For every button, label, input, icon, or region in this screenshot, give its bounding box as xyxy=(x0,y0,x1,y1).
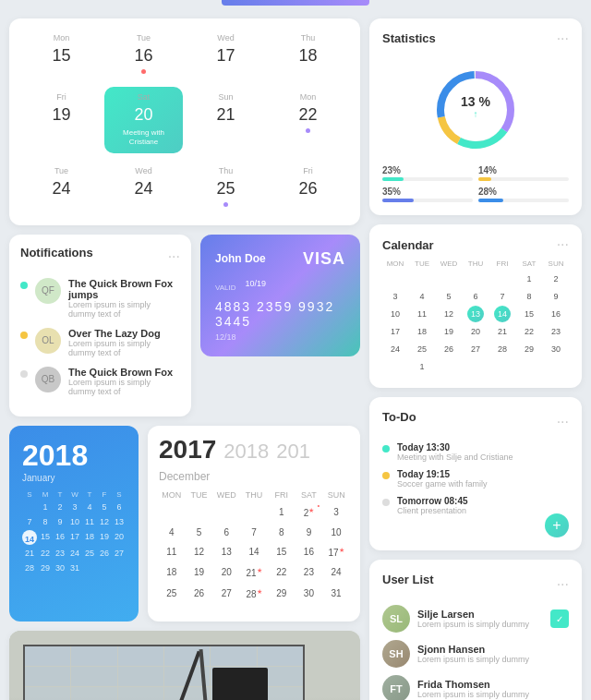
top-bar xyxy=(222,0,369,6)
svg-text:↑: ↑ xyxy=(474,109,478,119)
statistics-title: Statistics xyxy=(382,31,436,45)
week-calendar-card: Mon 15 Tue 16 Wed 17 Thu 18 xyxy=(9,18,360,225)
user-item-2: SH Sjonn Hansen Lorem ipsum is simply du… xyxy=(382,640,569,668)
card-number: 4883 2359 9932 3445 xyxy=(215,299,345,329)
year-calendar-card: 2018 January S M T W T F S 1 2 3 4 5 6 xyxy=(9,426,139,622)
year-month-label: January xyxy=(22,473,126,483)
notifications-menu[interactable]: ··· xyxy=(168,249,180,264)
notif-dot-3 xyxy=(20,370,28,378)
dec-month-label: December xyxy=(159,470,349,483)
rc-active-14[interactable]: 14 xyxy=(494,306,511,322)
rc-active-13[interactable]: 13 xyxy=(467,306,484,322)
mini-cal-grid: S M T W T F S 1 2 3 4 5 6 7 8 9 xyxy=(22,490,126,574)
todo-menu[interactable]: ··· xyxy=(557,415,569,429)
day-thu-18[interactable]: Thu 18 xyxy=(269,28,347,79)
dec-star-2[interactable]: 2★ xyxy=(296,503,322,522)
todo-item-2: Today 19:15 Soccer game with family xyxy=(382,469,569,489)
stat-bar-1: 23% xyxy=(382,165,473,181)
notif-text-1: The Quick Brown Fox jumps Lorem ipsum is… xyxy=(68,278,180,319)
stat-bar-4: 28% xyxy=(478,187,569,202)
statistics-menu[interactable]: ··· xyxy=(557,31,569,54)
notifications-card: Notifications ··· QF The Quick Brown Fox… xyxy=(9,235,191,416)
left-column: Mon 15 Tue 16 Wed 17 Thu 18 xyxy=(9,18,360,700)
day-fri-19[interactable]: Fri 19 xyxy=(22,87,101,153)
week-row-1: Mon 15 Tue 16 Wed 17 Thu 18 xyxy=(22,28,347,79)
photo-card xyxy=(9,631,360,700)
todo-item-3: Tomorrow 08:45 Client presentation xyxy=(382,496,569,515)
right-cal-grid: MON TUE WED THU FRI SAT SUN 1 2 3 4 5 6 xyxy=(382,258,569,375)
user-list-title: User List xyxy=(382,573,434,586)
user-avatar-2: SH xyxy=(382,640,410,668)
todo-item-1: Today 13:30 Meeting with Silje and Crist… xyxy=(382,442,569,462)
cal-row: 2018 January S M T W T F S 1 2 3 4 5 6 xyxy=(9,426,360,622)
day-fri-26[interactable]: Fri 26 xyxy=(269,161,347,212)
card-holder-name: John Doe xyxy=(215,252,266,265)
donut-container: 13 % ↑ xyxy=(382,64,569,156)
notif-avatar-2: OL xyxy=(35,328,61,354)
notif-text-2: Over The Lazy Dog Lorem ipsum is simply … xyxy=(68,328,180,357)
valid-label: VALID xyxy=(215,284,236,292)
user-avatar-3: FT xyxy=(382,675,410,700)
stat-bar-3: 35% xyxy=(382,187,473,202)
red-dot xyxy=(141,69,146,74)
user-item-1: SL Silje Larsen Lorem ipsum is simply du… xyxy=(382,605,569,633)
right-calendar-card: Calendar ··· MON TUE WED THU FRI SAT SUN… xyxy=(369,224,582,388)
user-list-card: User List ··· SL Silje Larsen Lorem ipsu… xyxy=(369,560,582,700)
day-wed-24[interactable]: Wed 24 xyxy=(104,161,183,212)
user-item-3: FT Frida Thomsen Lorem ipsum is simply d… xyxy=(382,675,569,700)
mid-row: Notifications ··· QF The Quick Brown Fox… xyxy=(9,235,360,416)
december-calendar-card: 2017 2018 201 December MON TUE WED THU F… xyxy=(148,426,360,622)
notif-text-3: The Quick Brown Fox Lorem ipsum is simpl… xyxy=(68,367,180,396)
notif-item-2: OL Over The Lazy Dog Lorem ipsum is simp… xyxy=(20,328,180,357)
purple-dot xyxy=(306,128,310,133)
day-wed-17[interactable]: Wed 17 xyxy=(187,28,265,79)
day-tue-24[interactable]: Tue 24 xyxy=(22,161,101,212)
credit-card: John Doe VISA VALID 10/19 4883 2359 9932… xyxy=(200,235,360,356)
notif-item-3: QB The Quick Brown Fox Lorem ipsum is si… xyxy=(20,367,180,396)
user-avatar-1: SL xyxy=(382,605,410,633)
day-sun-21[interactable]: Sun 21 xyxy=(187,87,265,153)
notif-dot-1 xyxy=(20,282,28,289)
stat-bar-2: 14% xyxy=(478,165,569,181)
day-mon-15[interactable]: Mon 15 xyxy=(22,28,101,79)
notif-avatar-3: QB xyxy=(35,367,61,392)
purple-dot-2 xyxy=(223,202,228,207)
today-cell[interactable]: 14 xyxy=(22,530,37,545)
day-tue-16[interactable]: Tue 16 xyxy=(104,28,183,79)
notif-avatar-1: QF xyxy=(35,278,61,304)
notif-item-1: QF The Quick Brown Fox jumps Lorem ipsum… xyxy=(20,278,180,319)
dec-year-row: 2017 2018 201 xyxy=(159,435,349,465)
todo-title: To-Do xyxy=(382,410,416,424)
day-sat-20[interactable]: Sat 20 Meeting withCristiane xyxy=(104,87,183,153)
thru-date: 10/19 xyxy=(246,279,267,288)
user-check-1[interactable]: ✓ xyxy=(550,609,569,628)
right-column: Statistics ··· 13 % ↑ xyxy=(369,18,582,700)
stats-bars: 23% 14% 35% xyxy=(382,165,569,202)
todo-add-button[interactable]: + xyxy=(545,513,569,537)
todo-card: To-Do ··· Today 13:30 Meeting with Silje… xyxy=(369,397,582,550)
todo-dot-3 xyxy=(382,499,390,506)
notif-dot-2 xyxy=(20,332,28,339)
card-year: 12/18 xyxy=(215,332,345,342)
day-thu-25[interactable]: Thu 25 xyxy=(187,161,265,212)
credit-card-wrapper: John Doe VISA VALID 10/19 4883 2359 9932… xyxy=(200,235,360,416)
card-brand: VISA xyxy=(303,249,345,269)
user-list-menu[interactable]: ··· xyxy=(557,577,569,592)
week-row-2: Fri 19 Sat 20 Meeting withCristiane Sun … xyxy=(22,87,347,153)
todo-dot-1 xyxy=(382,445,390,453)
calendar-menu[interactable]: ··· xyxy=(557,237,569,252)
notifications-title: Notifications xyxy=(20,246,93,259)
right-cal-title: Calendar xyxy=(382,238,434,252)
todo-dot-2 xyxy=(382,472,390,479)
day-mon-22[interactable]: Mon 22 xyxy=(269,87,347,153)
statistics-card: Statistics ··· 13 % ↑ xyxy=(369,18,582,215)
dec-cal-grid: MON TUE WED THU FRI SAT SUN 1 2★ 3 4 5 xyxy=(159,489,349,612)
year-number: 2018 xyxy=(22,439,126,473)
svg-text:13 %: 13 % xyxy=(461,94,490,109)
donut-chart: 13 % ↑ xyxy=(429,64,522,156)
week-row-3: Tue 24 Wed 24 Thu 25 Fri 26 xyxy=(22,161,347,212)
